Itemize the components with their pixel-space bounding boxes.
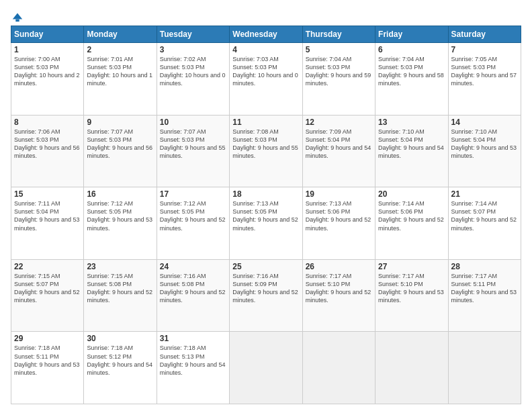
weekday-header-row: SundayMondayTuesdayWednesdayThursdayFrid… [11,26,521,43]
page: SundayMondayTuesdayWednesdayThursdayFrid… [0,0,532,411]
day-number: 5 [306,45,372,54]
calendar-cell: 19 Sunrise: 7:13 AM Sunset: 5:06 PM Dayl… [302,187,375,260]
day-number: 24 [160,262,226,271]
day-info: Sunrise: 7:14 AM Sunset: 5:06 PM Dayligh… [378,199,445,232]
calendar-cell: 21 Sunrise: 7:14 AM Sunset: 5:07 PM Dayl… [448,187,521,260]
day-info: Sunrise: 7:03 AM Sunset: 5:03 PM Dayligh… [232,55,299,88]
day-info: Sunrise: 7:04 AM Sunset: 5:03 PM Dayligh… [306,55,372,88]
calendar-cell: 4 Sunrise: 7:03 AM Sunset: 5:03 PM Dayli… [230,43,302,116]
day-info: Sunrise: 7:00 AM Sunset: 5:03 PM Dayligh… [14,55,81,88]
logo-text [11,11,24,23]
calendar-cell: 6 Sunrise: 7:04 AM Sunset: 5:03 PM Dayli… [375,43,448,116]
day-number: 19 [306,189,372,199]
calendar-table: SundayMondayTuesdayWednesdayThursdayFrid… [11,26,521,404]
calendar-cell: 28 Sunrise: 7:17 AM Sunset: 5:11 PM Dayl… [448,259,521,332]
week-row-2: 8 Sunrise: 7:06 AM Sunset: 5:03 PM Dayli… [11,115,521,187]
day-number: 13 [378,118,445,127]
day-number: 4 [232,45,299,54]
day-number: 15 [14,189,81,199]
day-number: 18 [232,189,299,199]
logo [11,8,24,21]
calendar-cell: 30 Sunrise: 7:18 AM Sunset: 5:12 PM Dayl… [84,332,157,404]
day-number: 28 [451,262,518,271]
weekday-header-saturday: Saturday [448,26,521,43]
week-row-4: 22 Sunrise: 7:15 AM Sunset: 5:07 PM Dayl… [11,259,521,332]
calendar-cell: 10 Sunrise: 7:07 AM Sunset: 5:03 PM Dayl… [157,115,229,187]
day-number: 22 [14,262,81,271]
calendar-cell: 7 Sunrise: 7:05 AM Sunset: 5:03 PM Dayli… [448,43,521,116]
day-number: 9 [87,118,153,127]
weekday-header-thursday: Thursday [302,26,375,43]
day-info: Sunrise: 7:13 AM Sunset: 5:06 PM Dayligh… [306,199,372,232]
day-number: 1 [14,45,81,54]
day-info: Sunrise: 7:12 AM Sunset: 5:05 PM Dayligh… [160,199,226,232]
calendar-cell: 2 Sunrise: 7:01 AM Sunset: 5:03 PM Dayli… [84,43,157,116]
calendar-cell: 23 Sunrise: 7:15 AM Sunset: 5:08 PM Dayl… [84,259,157,332]
calendar-cell: 5 Sunrise: 7:04 AM Sunset: 5:03 PM Dayli… [302,43,375,116]
calendar-cell: 22 Sunrise: 7:15 AM Sunset: 5:07 PM Dayl… [11,259,84,332]
calendar-cell [375,332,448,404]
calendar-cell: 26 Sunrise: 7:17 AM Sunset: 5:10 PM Dayl… [302,259,375,332]
day-info: Sunrise: 7:18 AM Sunset: 5:12 PM Dayligh… [87,344,153,377]
weekday-header-monday: Monday [84,26,157,43]
week-row-1: 1 Sunrise: 7:00 AM Sunset: 5:03 PM Dayli… [11,43,521,116]
weekday-header-wednesday: Wednesday [230,26,302,43]
calendar-cell: 11 Sunrise: 7:08 AM Sunset: 5:03 PM Dayl… [230,115,302,187]
calendar-cell: 27 Sunrise: 7:17 AM Sunset: 5:10 PM Dayl… [375,259,448,332]
day-number: 20 [378,189,445,199]
day-info: Sunrise: 7:04 AM Sunset: 5:03 PM Dayligh… [378,55,445,88]
day-number: 25 [232,262,299,271]
header [11,8,521,21]
day-info: Sunrise: 7:01 AM Sunset: 5:03 PM Dayligh… [87,55,153,88]
day-info: Sunrise: 7:10 AM Sunset: 5:04 PM Dayligh… [451,128,518,161]
week-row-5: 29 Sunrise: 7:18 AM Sunset: 5:11 PM Dayl… [11,332,521,404]
calendar-cell: 15 Sunrise: 7:11 AM Sunset: 5:04 PM Dayl… [11,187,84,260]
calendar-cell: 31 Sunrise: 7:18 AM Sunset: 5:13 PM Dayl… [157,332,229,404]
day-number: 31 [160,334,226,343]
weekday-header-friday: Friday [375,26,448,43]
day-info: Sunrise: 7:18 AM Sunset: 5:11 PM Dayligh… [14,344,81,377]
calendar-cell: 20 Sunrise: 7:14 AM Sunset: 5:06 PM Dayl… [375,187,448,260]
day-info: Sunrise: 7:17 AM Sunset: 5:11 PM Dayligh… [451,272,518,305]
day-info: Sunrise: 7:18 AM Sunset: 5:13 PM Dayligh… [160,344,226,377]
day-number: 14 [451,118,518,127]
calendar-cell: 12 Sunrise: 7:09 AM Sunset: 5:04 PM Dayl… [302,115,375,187]
day-info: Sunrise: 7:07 AM Sunset: 5:03 PM Dayligh… [160,128,226,161]
day-info: Sunrise: 7:09 AM Sunset: 5:04 PM Dayligh… [306,128,372,161]
calendar-cell: 9 Sunrise: 7:07 AM Sunset: 5:03 PM Dayli… [84,115,157,187]
day-info: Sunrise: 7:17 AM Sunset: 5:10 PM Dayligh… [306,272,372,305]
day-number: 2 [87,45,153,54]
week-row-3: 15 Sunrise: 7:11 AM Sunset: 5:04 PM Dayl… [11,187,521,260]
calendar-cell: 17 Sunrise: 7:12 AM Sunset: 5:05 PM Dayl… [157,187,229,260]
calendar-cell: 1 Sunrise: 7:00 AM Sunset: 5:03 PM Dayli… [11,43,84,116]
day-info: Sunrise: 7:08 AM Sunset: 5:03 PM Dayligh… [232,128,299,161]
day-number: 8 [14,118,81,127]
day-number: 7 [451,45,518,54]
svg-rect-1 [15,19,19,22]
calendar-cell [230,332,302,404]
day-info: Sunrise: 7:16 AM Sunset: 5:08 PM Dayligh… [160,272,226,305]
day-number: 29 [14,334,81,343]
calendar-cell: 13 Sunrise: 7:10 AM Sunset: 5:04 PM Dayl… [375,115,448,187]
day-number: 10 [160,118,226,127]
day-info: Sunrise: 7:06 AM Sunset: 5:03 PM Dayligh… [14,128,81,161]
calendar-cell [448,332,521,404]
logo-icon [11,11,24,23]
day-number: 6 [378,45,445,54]
day-info: Sunrise: 7:07 AM Sunset: 5:03 PM Dayligh… [87,128,153,161]
day-number: 16 [87,189,153,199]
day-info: Sunrise: 7:11 AM Sunset: 5:04 PM Dayligh… [14,199,81,232]
calendar-cell: 24 Sunrise: 7:16 AM Sunset: 5:08 PM Dayl… [157,259,229,332]
day-info: Sunrise: 7:14 AM Sunset: 5:07 PM Dayligh… [451,199,518,232]
weekday-header-tuesday: Tuesday [157,26,229,43]
day-info: Sunrise: 7:12 AM Sunset: 5:05 PM Dayligh… [87,199,153,232]
day-number: 12 [306,118,372,127]
day-number: 3 [160,45,226,54]
day-info: Sunrise: 7:15 AM Sunset: 5:07 PM Dayligh… [14,272,81,305]
day-info: Sunrise: 7:15 AM Sunset: 5:08 PM Dayligh… [87,272,153,305]
day-number: 23 [87,262,153,271]
day-number: 30 [87,334,153,343]
day-info: Sunrise: 7:17 AM Sunset: 5:10 PM Dayligh… [378,272,445,305]
day-info: Sunrise: 7:10 AM Sunset: 5:04 PM Dayligh… [378,128,445,161]
day-info: Sunrise: 7:02 AM Sunset: 5:03 PM Dayligh… [160,55,226,88]
